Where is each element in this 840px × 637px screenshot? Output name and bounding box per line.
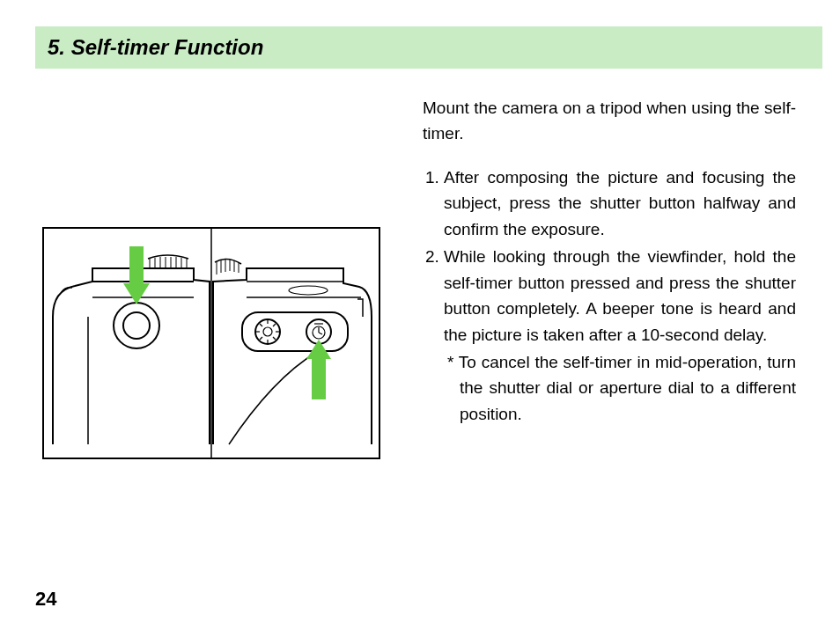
svg-rect-12 — [129, 246, 144, 285]
content-row: Mount the camera on a tripod when using … — [35, 95, 822, 459]
camera-top-view-figure — [42, 227, 380, 459]
steps-list: After composing the picture and focusing… — [423, 165, 796, 427]
figure-column — [35, 95, 387, 459]
svg-point-11 — [123, 312, 150, 339]
cancel-note: * To cancel the self-timer in mid-operat… — [444, 349, 796, 427]
step-item: After composing the picture and focusing… — [444, 165, 796, 242]
intro-paragraph: Mount the camera on a tripod when using … — [423, 95, 796, 147]
text-column: Mount the camera on a tripod when using … — [423, 95, 822, 428]
section-heading: 5. Self-timer Function — [48, 35, 810, 60]
note-text: To cancel the self-timer in mid-operatio… — [459, 353, 796, 423]
svg-point-37 — [289, 286, 328, 295]
section-heading-bar: 5. Self-timer Function — [35, 26, 822, 69]
page-number: 24 — [35, 588, 56, 611]
svg-rect-39 — [312, 357, 326, 399]
note-marker: * — [447, 353, 453, 371]
step-text: While looking through the viewfinder, ho… — [444, 247, 796, 343]
manual-page: 5. Self-timer Function — [0, 0, 840, 637]
svg-marker-13 — [123, 283, 150, 304]
step-item: While looking through the viewfinder, ho… — [444, 244, 796, 427]
shutter-arrow-icon — [123, 246, 150, 304]
camera-diagram-svg — [44, 229, 379, 458]
